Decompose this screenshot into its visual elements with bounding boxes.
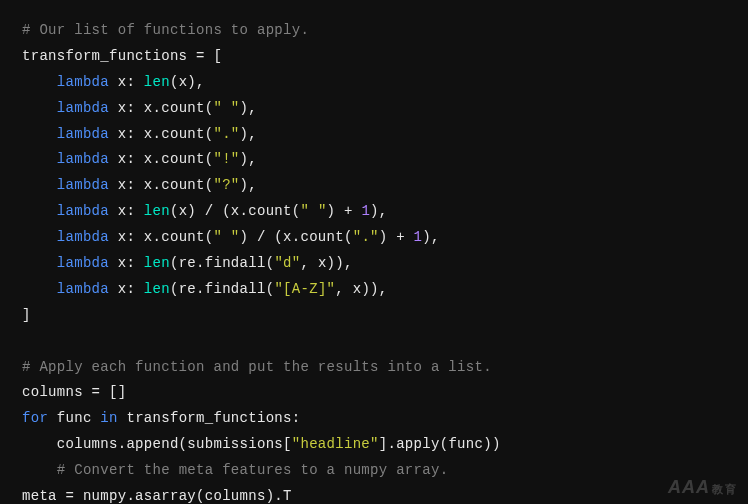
- code-token: "!": [213, 151, 239, 167]
- code-token: ]: [22, 307, 31, 323]
- code-line: lambda x: x.count("."),: [22, 122, 726, 148]
- code-token: transform_functions:: [118, 410, 301, 426]
- code-token: # Our list of functions to apply.: [22, 22, 309, 38]
- code-token: "d": [274, 255, 300, 271]
- code-token: = numpy.asarray(columns).T: [57, 488, 292, 504]
- code-token: [22, 203, 57, 219]
- code-line: columns.append(submissions["headline"].a…: [22, 432, 726, 458]
- code-token: , x)),: [335, 281, 387, 297]
- code-token: x:: [109, 281, 144, 297]
- code-token: x: x.count(: [109, 177, 213, 193]
- code-token: ) +: [379, 229, 414, 245]
- code-token: [22, 151, 57, 167]
- code-token: [22, 255, 57, 271]
- code-token: # Apply each function and put the result…: [22, 359, 492, 375]
- code-token: lambda: [57, 151, 109, 167]
- code-line: lambda x: len(re.findall("d", x)),: [22, 251, 726, 277]
- code-token: ),: [370, 203, 387, 219]
- code-block: # Our list of functions to apply.transfo…: [0, 0, 748, 504]
- code-token: [22, 462, 57, 478]
- code-token: (re.findall(: [170, 255, 274, 271]
- code-line: for func in transform_functions:: [22, 406, 726, 432]
- code-token: ].apply(func)): [379, 436, 501, 452]
- code-token: " ": [213, 100, 239, 116]
- code-token: ),: [422, 229, 439, 245]
- code-token: ) / (x.count(: [240, 229, 353, 245]
- code-token: " ": [300, 203, 326, 219]
- code-token: ".": [353, 229, 379, 245]
- code-line: lambda x: len(x) / (x.count(" ") + 1),: [22, 199, 726, 225]
- code-line: lambda x: x.count("!"),: [22, 147, 726, 173]
- code-token: x:: [109, 255, 144, 271]
- code-line: ]: [22, 303, 726, 329]
- code-token: x: x.count(: [109, 126, 213, 142]
- code-token: lambda: [57, 203, 109, 219]
- code-line: transform_functions = [: [22, 44, 726, 70]
- code-token: # Convert the meta features to a numpy a…: [57, 462, 449, 478]
- code-line: [22, 329, 726, 355]
- code-token: transform_functions: [22, 48, 187, 64]
- code-line: lambda x: x.count("?"),: [22, 173, 726, 199]
- code-token: ),: [240, 100, 257, 116]
- code-token: ".": [213, 126, 239, 142]
- code-token: lambda: [57, 281, 109, 297]
- code-token: len: [144, 281, 170, 297]
- code-token: len: [144, 255, 170, 271]
- code-token: " ": [213, 229, 239, 245]
- code-line: lambda x: x.count(" ") / (x.count(".") +…: [22, 225, 726, 251]
- code-token: ),: [240, 151, 257, 167]
- code-line: meta = numpy.asarray(columns).T: [22, 484, 726, 504]
- code-line: # Our list of functions to apply.: [22, 18, 726, 44]
- code-token: "[A-Z]": [274, 281, 335, 297]
- code-token: columns.append(submissions[: [22, 436, 292, 452]
- code-token: in: [100, 410, 117, 426]
- code-token: [22, 100, 57, 116]
- code-token: lambda: [57, 229, 109, 245]
- code-token: meta: [22, 488, 57, 504]
- code-token: len: [144, 74, 170, 90]
- code-token: len: [144, 203, 170, 219]
- code-token: [22, 74, 57, 90]
- code-line: # Convert the meta features to a numpy a…: [22, 458, 726, 484]
- code-line: lambda x: len(re.findall("[A-Z]", x)),: [22, 277, 726, 303]
- code-line: columns = []: [22, 380, 726, 406]
- code-token: [22, 229, 57, 245]
- code-token: ),: [240, 177, 257, 193]
- code-token: (x),: [170, 74, 205, 90]
- code-token: x: x.count(: [109, 100, 213, 116]
- code-token: x: x.count(: [109, 229, 213, 245]
- code-token: = [: [187, 48, 222, 64]
- code-token: ),: [240, 126, 257, 142]
- code-token: lambda: [57, 177, 109, 193]
- code-token: x: x.count(: [109, 151, 213, 167]
- code-line: lambda x: x.count(" "),: [22, 96, 726, 122]
- code-token: 1: [414, 229, 423, 245]
- code-token: [22, 126, 57, 142]
- code-token: lambda: [57, 100, 109, 116]
- code-token: , x)),: [300, 255, 352, 271]
- code-token: func: [48, 410, 100, 426]
- code-token: [22, 281, 57, 297]
- code-token: x:: [109, 203, 144, 219]
- code-token: for: [22, 410, 48, 426]
- code-token: columns: [22, 384, 83, 400]
- code-token: lambda: [57, 74, 109, 90]
- code-token: [22, 177, 57, 193]
- code-token: "?": [213, 177, 239, 193]
- code-token: (re.findall(: [170, 281, 274, 297]
- code-line: lambda x: len(x),: [22, 70, 726, 96]
- code-line: # Apply each function and put the result…: [22, 355, 726, 381]
- code-token: = []: [83, 384, 127, 400]
- code-token: ) +: [327, 203, 362, 219]
- code-token: lambda: [57, 126, 109, 142]
- code-token: 1: [361, 203, 370, 219]
- code-token: x:: [109, 74, 144, 90]
- code-token: lambda: [57, 255, 109, 271]
- code-token: "headline": [292, 436, 379, 452]
- code-token: (x) / (x.count(: [170, 203, 301, 219]
